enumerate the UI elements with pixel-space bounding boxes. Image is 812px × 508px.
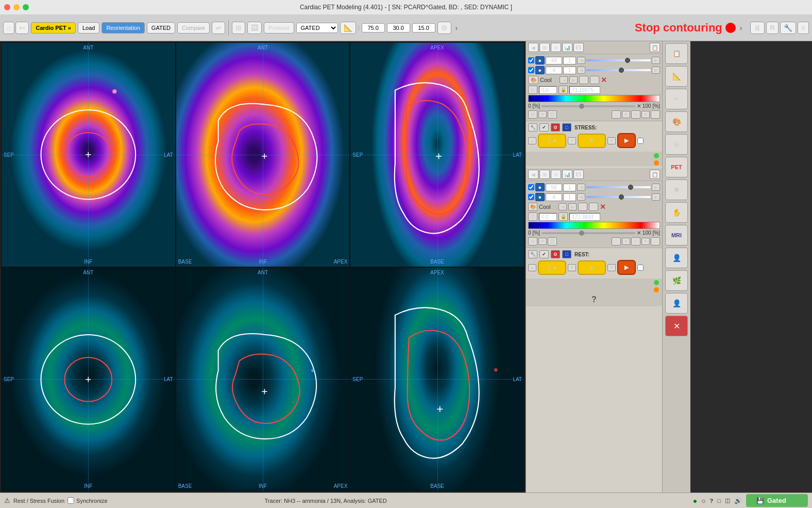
stress-range-track[interactable]: [542, 105, 635, 107]
stress-range-thumb[interactable]: [579, 104, 584, 109]
synchronize-label[interactable]: Synchronize: [67, 497, 108, 504]
stress-slider2-right[interactable]: ▶: [652, 67, 660, 74]
stress-eye-arr[interactable]: ▼: [607, 137, 616, 144]
menu-icon[interactable]: ≡: [798, 22, 809, 34]
swap-icon[interactable]: ⇌: [212, 22, 225, 34]
status-rect[interactable]: ◫: [725, 497, 730, 504]
monitor-icon[interactable]: 🖥: [750, 22, 765, 34]
rest-val2-input[interactable]: 4: [546, 193, 562, 201]
stress-header-icon4[interactable]: □: [562, 123, 571, 132]
stress-br-icon1[interactable]: □: [612, 110, 621, 119]
rest-colormap-icon3[interactable]: ⊡: [589, 203, 598, 211]
rest-red-btn[interactable]: ▶: [617, 260, 636, 275]
rest-range-track[interactable]: [542, 232, 635, 234]
stress-step2-input[interactable]: 1: [563, 67, 576, 74]
rest-lock-icon[interactable]: 🔒: [559, 212, 568, 221]
stress-slider2-track[interactable]: [586, 69, 651, 71]
rest-clip-icon[interactable]: ⊞: [528, 212, 537, 221]
gated-button[interactable]: GATED: [147, 22, 175, 34]
rest-sigma-btn[interactable]: Σ ♥: [538, 260, 566, 275]
status-question[interactable]: ?: [710, 498, 714, 504]
value1-input[interactable]: 75.0: [362, 23, 385, 32]
rest-color-icon[interactable]: ■: [535, 183, 545, 191]
rest-film-icon[interactable]: 🎞: [573, 170, 584, 179]
rest-eye-btn[interactable]: 👁: [578, 260, 606, 275]
rest-slider2-left[interactable]: ◀: [577, 193, 585, 201]
stress-close-icon[interactable]: ✕: [601, 76, 607, 84]
rest-palette-icon[interactable]: 🎨: [528, 203, 537, 211]
rp-arrow-left-icon[interactable]: ◀: [528, 43, 538, 52]
fr-btn-palette[interactable]: 🎨: [665, 111, 688, 132]
rest-export-icon[interactable]: 📋: [650, 170, 660, 179]
rest-slider2-thumb[interactable]: [619, 194, 624, 200]
fr-btn-pet[interactable]: PET: [665, 157, 688, 177]
rest-slider1-right[interactable]: ▶: [652, 184, 660, 191]
fr-btn-grid[interactable]: ⊞: [665, 134, 688, 155]
minimize-button[interactable]: [13, 4, 20, 10]
stress-value-right[interactable]: 71.16675: [569, 86, 600, 94]
stress-slider2-left[interactable]: ◀: [577, 67, 585, 74]
stress-clip-icon[interactable]: ⊞: [528, 86, 537, 94]
stress-color2-icon[interactable]: ■: [535, 66, 545, 74]
status-square[interactable]: □: [717, 498, 721, 504]
rest-range-thumb[interactable]: [579, 231, 584, 236]
rest-bottom-arr2[interactable]: ▼: [622, 238, 630, 245]
stress-eye-btn[interactable]: 👁: [578, 134, 606, 148]
value3-input[interactable]: 15.0: [412, 23, 435, 32]
rest-value-right[interactable]: 172.3833: [569, 213, 600, 221]
rest-grid-icon[interactable]: ⊞: [539, 170, 550, 179]
stress-step1-input[interactable]: 1: [563, 57, 576, 64]
rest-bottom-arr[interactable]: ▼: [538, 238, 547, 245]
rest-color2-icon[interactable]: ■: [535, 193, 545, 201]
rest-chart-icon[interactable]: 📊: [562, 170, 572, 179]
rest-step2-input[interactable]: 1: [563, 193, 576, 201]
stress-val2-input[interactable]: 4: [546, 67, 562, 74]
rest-close-icon[interactable]: ✕: [600, 203, 606, 211]
hla-stress-panel[interactable]: ANT INF BASE APEX: [176, 42, 350, 267]
letter-r-icon[interactable]: R: [766, 22, 778, 34]
home-icon[interactable]: ⌂: [3, 22, 14, 34]
synchronize-checkbox[interactable]: [67, 497, 74, 504]
stress-sigma-arr[interactable]: ▼: [568, 137, 576, 144]
stress-bottom-arr2[interactable]: ▼: [622, 111, 630, 118]
rest-arrow-left-icon[interactable]: ◀: [528, 170, 538, 179]
maximize-button[interactable]: [23, 4, 29, 10]
rest-slider1-left[interactable]: ◀: [577, 184, 585, 191]
stress-row1-arr[interactable]: ▲: [528, 137, 536, 144]
rest-sigma-arr[interactable]: ▼: [568, 264, 576, 271]
stress-colormap-icon2[interactable]: □: [579, 76, 588, 84]
hla-rest-panel[interactable]: ANT INF BASE APEX: [176, 267, 350, 492]
compare-button[interactable]: Compare: [177, 22, 210, 34]
rest-step1-input[interactable]: 1: [563, 184, 576, 191]
rest-slider2-right[interactable]: ▶: [652, 193, 660, 201]
rest-bottom-arr3[interactable]: ▼: [641, 238, 650, 245]
value2-input[interactable]: 30.0: [387, 23, 410, 32]
rp-grid-icon[interactable]: ⊞: [539, 43, 550, 52]
rest-row1-arr[interactable]: ▲: [528, 264, 536, 271]
rest-final-checkbox[interactable]: [637, 265, 644, 271]
stress-checkbox1[interactable]: [528, 57, 534, 63]
rest-header-icon3[interactable]: ⊙: [551, 250, 560, 258]
rest-header-icon4[interactable]: □: [562, 250, 571, 258]
stress-value-left[interactable]: 0.0: [539, 86, 557, 94]
stress-color-icon[interactable]: ■: [535, 56, 545, 64]
fr-btn-export[interactable]: 📋: [665, 43, 688, 64]
rest-checkbox2[interactable]: [528, 194, 534, 200]
rest-d-icon[interactable]: D: [548, 237, 557, 245]
stress-colormap-prev[interactable]: ◀: [560, 76, 568, 84]
fr-btn-person2[interactable]: 👤: [665, 293, 688, 314]
fr-btn-edit[interactable]: ✏: [665, 89, 688, 109]
sa-rest-panel[interactable]: ANT INF SEP LAT: [1, 267, 176, 492]
stress-slider2-thumb[interactable]: [619, 68, 624, 73]
stress-bottom-arr[interactable]: ▼: [538, 111, 547, 118]
stress-header-icon3[interactable]: ⊙: [551, 123, 560, 132]
rest-header-icon2[interactable]: ✓: [539, 250, 549, 258]
grid-icon[interactable]: ⊞: [232, 22, 245, 34]
stress-br-icon3[interactable]: □: [651, 110, 660, 119]
question-mark-icon[interactable]: ?: [591, 295, 597, 304]
image-icon[interactable]: 🖼: [247, 22, 262, 34]
rp-list-icon[interactable]: ≡: [551, 43, 561, 52]
rest-colormap-prev[interactable]: ◀: [559, 203, 567, 210]
rest-checkbox1[interactable]: [528, 184, 534, 190]
ruler-icon[interactable]: 📐: [340, 22, 356, 34]
